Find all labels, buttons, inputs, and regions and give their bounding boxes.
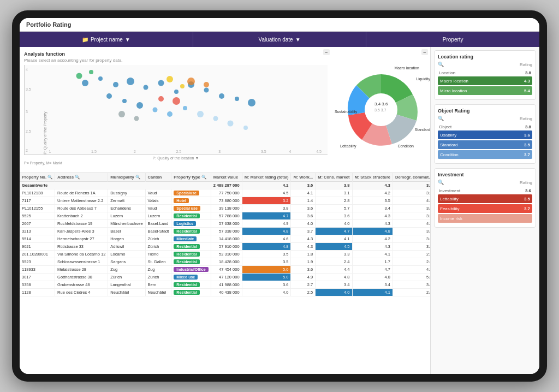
filter-property-label: Property: [443, 37, 463, 43]
type-badge: Mixedlate: [174, 236, 197, 241]
filter-property[interactable]: Property: [366, 32, 539, 47]
object-search-icon[interactable]: 🔍: [438, 116, 444, 121]
cell-v5: 3.6: [393, 228, 430, 235]
search-icon[interactable]: 🔍: [47, 175, 52, 180]
cell-market-value: 57 788 000: [211, 212, 242, 220]
table-row: 5358 Grubenstrasse 48 Langenthal Bern Re…: [20, 281, 430, 289]
cell-address: Metalstrasse 28: [55, 266, 108, 274]
table-row: PL1012155 Route des Abbeaux 7 Echandens …: [20, 205, 430, 212]
table-row: 3213 Karl-Jaspers-Allee 3 Basel Basel-St…: [20, 228, 430, 235]
scatter-dot-yellow: [166, 76, 173, 82]
y-tick-4: 4: [26, 68, 28, 72]
pie-label-liquidity: Liquidity: [416, 77, 430, 81]
cell-no: PL1012138: [20, 189, 55, 197]
standard-label: Standard: [440, 142, 457, 147]
scatter-dot-red: [173, 97, 180, 105]
cell-v5: 3.9: [393, 189, 430, 197]
app-title: Portfolio Rating: [26, 21, 72, 28]
type-badge: Logistics: [174, 221, 196, 226]
scatter-dot: [136, 102, 143, 109]
cell-canton: Zürich: [145, 235, 171, 243]
scatter-subtitle: Please select an accounting year for pro…: [24, 58, 328, 63]
cell-v5: 3.4: [393, 281, 430, 289]
cell-canton: Zug: [145, 266, 171, 274]
table-row: 1128 Rue des Cèdres 4 Neuchâtel Neuchâte…: [20, 289, 430, 296]
cell-address: Karl-Jaspers-Allee 3: [55, 228, 108, 235]
cell-v4: 4.2: [352, 189, 393, 197]
pie-collapse-button[interactable]: –: [421, 49, 428, 55]
cell-type: Logistics: [171, 220, 211, 228]
cell-v1: 4.8: [242, 228, 291, 235]
location-row-value: 3.8: [525, 70, 531, 75]
standard-row: Standard 3.5: [438, 140, 532, 149]
investment-row-label: Investment: [439, 188, 460, 193]
income-risk-row: Income risk: [438, 214, 532, 223]
cell-municipality: Zug: [108, 266, 145, 274]
macro-location-label: Macro location: [440, 79, 468, 84]
cell-market-value: 52 310 000: [211, 251, 242, 258]
cell-v4: 4.1: [352, 251, 393, 258]
search-icon-address[interactable]: 🔍: [75, 175, 80, 180]
cell-v2: 3.6: [291, 266, 316, 274]
col-header-address: Address 🔍: [55, 173, 108, 182]
search-icon-mun[interactable]: 🔍: [135, 175, 140, 180]
col-header-demogr: Demogr. commut...: [393, 173, 430, 182]
collapse-button[interactable]: –: [323, 49, 330, 55]
cell-type: Residential: [171, 212, 211, 220]
x-tick-25: 2.5: [176, 150, 182, 153]
scatter-dot: [183, 106, 187, 110]
cell-v4: 4.7: [352, 266, 393, 274]
total-v5: 3.9: [393, 182, 430, 189]
cell-v1: 4.7: [242, 212, 291, 220]
cell-market-value: 41 988 000: [211, 281, 242, 289]
filter-valuation[interactable]: Valuation date ▼: [193, 32, 367, 47]
type-badge: Residential: [174, 244, 199, 249]
location-search-icon[interactable]: 🔍: [438, 62, 444, 67]
scatter-dot: [228, 120, 234, 126]
cell-market-value: 57 338 000: [211, 228, 242, 235]
search-icon-type[interactable]: 🔍: [201, 175, 206, 180]
cell-municipality: Echandens: [108, 205, 145, 212]
cell-v3: 4.1: [316, 235, 352, 243]
total-v1: 4.2: [242, 182, 291, 189]
object-row-value: 3.8: [525, 124, 531, 129]
type-badge: Special use: [174, 206, 200, 211]
scatter-dot: [82, 80, 88, 86]
cell-v2: 3.6: [291, 205, 316, 212]
scatter-note: P= Property, M= Markt: [24, 161, 328, 165]
cell-type: Special use: [171, 205, 211, 212]
location-rating-section: Location rating 🔍 Rating Location 3.8 Ma…: [434, 50, 536, 100]
usability-row: Usability 3.6: [438, 130, 532, 139]
cell-v3: 2.4: [316, 258, 352, 266]
cell-v4: 4.3: [352, 243, 393, 251]
total-v4: 4.3: [352, 182, 393, 189]
filter-bar[interactable]: 📁 Project name ▼ Valuation date ▼ Proper…: [20, 32, 539, 47]
cell-v1: 4.6: [242, 235, 291, 243]
scatter-chart: P: Quality of the Property 4 3.5 3 2.5 2…: [24, 65, 328, 155]
cell-v4: 1.7: [352, 258, 393, 266]
cell-no: 201.10280001: [20, 251, 55, 258]
x-axis-label: P: Quality of the location ▼: [24, 156, 328, 160]
type-badge: Hotel: [174, 198, 189, 203]
table-section[interactable]: Property No. 🔍 Address 🔍 Municipality 🔍 …: [20, 173, 430, 374]
investment-title: Investment: [438, 172, 532, 177]
usability-value: 3.6: [524, 133, 530, 138]
scatter-dot-red: [158, 96, 164, 102]
table-row: 118933 Metalstrasse 28 Zug Zug Industria…: [20, 266, 430, 274]
cell-v1: 3.8: [242, 205, 291, 212]
cell-address: Gotthardstrasse 38: [55, 274, 108, 281]
object-col-label: Rating: [520, 116, 532, 121]
type-badge: Mixed use: [174, 275, 198, 280]
feasibility-row: Feasibility 3.7: [438, 204, 532, 213]
condition-value: 3.7: [524, 152, 530, 157]
cell-canton: Valais: [145, 197, 171, 205]
investment-section: Investment 🔍 Rating Investment 3.6 Letta…: [434, 168, 536, 228]
cell-no: 5514: [20, 235, 55, 243]
investment-search-icon[interactable]: 🔍: [438, 180, 444, 185]
cell-v2: 2.7: [291, 281, 316, 289]
right-panel: Location rating 🔍 Rating Location 3.8 Ma…: [430, 47, 539, 374]
cell-market-value: 47 120 000: [211, 274, 242, 281]
filter-project[interactable]: 📁 Project name ▼: [20, 32, 193, 47]
cell-no: 5525: [20, 212, 55, 220]
cell-type: Mixed use: [171, 274, 211, 281]
